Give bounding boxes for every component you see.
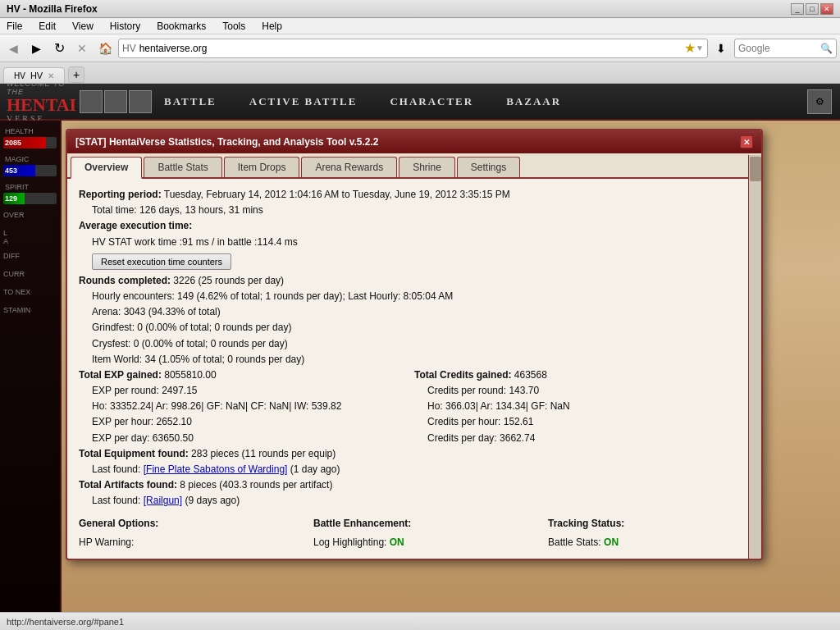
- search-icon[interactable]: 🔍: [820, 43, 833, 54]
- browser-titlebar: HV - Mozilla Firefox _ □ ✕: [0, 0, 840, 18]
- char-img-1: [80, 90, 103, 113]
- menu-view[interactable]: View: [69, 19, 97, 34]
- exp-per-round-row: EXP per round: 2497.15: [79, 383, 414, 399]
- health-bar: 2085: [3, 137, 57, 148]
- grindfest-value: Grindfest: 0 (0.00% of total; 0 rounds p…: [92, 322, 291, 333]
- total-equipment-value: 283 pieces (11 rounds per equip): [191, 448, 336, 459]
- tab-shrine[interactable]: Shrine: [399, 157, 455, 177]
- menu-file[interactable]: File: [3, 19, 25, 34]
- hp-warning-row: HP Warning:: [79, 535, 281, 550]
- exp-per-hour: EXP per hour: 2652.10: [92, 416, 192, 427]
- reporting-period-value: Tuesday, February 14, 2012 1:04:16 AM to…: [164, 189, 510, 200]
- scrollbar-thumb[interactable]: [750, 157, 761, 181]
- tab-close-icon[interactable]: ✕: [48, 71, 54, 80]
- exec-time-detail: HV STAT work time :91 ms / in battle :11…: [92, 236, 298, 248]
- magic-bar: 453: [3, 165, 57, 176]
- modal-close-button[interactable]: ✕: [740, 135, 753, 148]
- exec-time-detail-row: HV STAT work time :91 ms / in battle :11…: [79, 235, 750, 250]
- stop-button[interactable]: ✕: [72, 39, 92, 58]
- settings-gear-icon[interactable]: ⚙: [807, 89, 832, 114]
- nav-active-battle[interactable]: ACTIVE BATTLE: [233, 89, 374, 115]
- last-artifact-link[interactable]: [Railgun]: [144, 495, 182, 506]
- total-time-label: Total time:: [92, 204, 137, 216]
- reporting-period-row: Reporting period: Tuesday, February 14, …: [79, 187, 750, 203]
- hourly-value: 149 (4.62% of total; 1 rounds per day); …: [177, 290, 453, 302]
- equipment-row: Total Equipment found: 283 pieces (11 ro…: [79, 446, 750, 462]
- nav-character[interactable]: CHARACTER: [373, 89, 490, 115]
- nav-battle[interactable]: BATTLE: [148, 89, 233, 115]
- download-button[interactable]: ⬇: [711, 39, 731, 58]
- bookmark-star-icon[interactable]: ★: [684, 40, 696, 56]
- menu-tools[interactable]: Tools: [219, 19, 249, 34]
- credits-per-hour-row: Credits per hour: 152.61: [414, 414, 750, 430]
- total-credits-label: Total Credits gained:: [414, 369, 511, 381]
- tab-favicon: HV: [14, 71, 25, 80]
- health-label: HEALTH: [3, 127, 57, 135]
- health-bar-fill: 2085: [3, 137, 46, 148]
- tab-battle-stats[interactable]: Battle Stats: [144, 157, 221, 177]
- home-button[interactable]: 🏠: [95, 39, 115, 58]
- address-bar-wrap: HV ★ ▼: [118, 39, 708, 58]
- credits-per-hour: Credits per hour: 152.61: [427, 416, 533, 427]
- browser-tab-hv[interactable]: HV HV ✕: [3, 67, 65, 83]
- browser-title: HV - Mozilla Firefox: [7, 3, 98, 15]
- item-world-row: Item World: 34 (1.05% of total; 0 rounds…: [79, 352, 750, 368]
- total-credits-value: 463568: [514, 369, 547, 381]
- spacer: [79, 509, 750, 516]
- modal-tabs: Overview Battle Stats Item Drops Arena R…: [67, 153, 761, 179]
- close-button[interactable]: ✕: [820, 3, 833, 15]
- address-input[interactable]: [139, 43, 684, 54]
- health-value: 2085: [5, 139, 21, 147]
- tab-item-drops[interactable]: Item Drops: [224, 157, 300, 177]
- tab-label: HV: [30, 71, 43, 80]
- overlay-label: OVER: [3, 211, 57, 219]
- minimize-button[interactable]: _: [791, 3, 804, 15]
- rounds-value: 3226 (25 rounds per day): [173, 275, 284, 286]
- menu-bookmarks[interactable]: Bookmarks: [153, 19, 209, 34]
- exp-per-hour-row: EXP per hour: 2652.10: [79, 414, 414, 430]
- rounds-label: Rounds completed:: [79, 275, 171, 286]
- reload-button[interactable]: ↻: [49, 39, 69, 58]
- modal-scrollbar[interactable]: [748, 155, 761, 559]
- back-button[interactable]: ◀: [3, 39, 23, 58]
- last-artifact-time: (9 days ago): [185, 495, 240, 506]
- menu-edit[interactable]: Edit: [35, 19, 59, 34]
- hv-title-big: HENTAI: [7, 96, 76, 114]
- crysfest-row: Crysfest: 0 (0.00% of total; 0 rounds pe…: [79, 336, 750, 352]
- exp-per-round: EXP per round: 2497.15: [92, 385, 198, 396]
- magic-section: MAGIC 453: [3, 155, 57, 180]
- browser-window-controls: _ □ ✕: [791, 3, 833, 15]
- menu-history[interactable]: History: [107, 19, 144, 34]
- credits-column: Total Credits gained: 463568 Credits per…: [414, 368, 750, 446]
- battle-enhancement-col: Battle Enhancement: Log Highlighting: ON: [313, 516, 515, 550]
- nav-bazaar[interactable]: BAZAAR: [490, 89, 578, 115]
- maximize-button[interactable]: □: [806, 3, 819, 15]
- search-input[interactable]: [738, 43, 820, 54]
- reset-execution-button[interactable]: Reset execution time counters: [92, 253, 231, 270]
- hp-warning-label: HP Warning:: [79, 536, 134, 548]
- last-equip-link[interactable]: [Fine Plate Sabatons of Warding]: [144, 463, 288, 475]
- exp-credits-section: Total EXP gained: 8055810.00 EXP per rou…: [79, 368, 750, 446]
- sidebar-diff-label: DIFF: [3, 252, 57, 260]
- tab-settings[interactable]: Settings: [457, 157, 520, 177]
- rounds-row: Rounds completed: 3226 (25 rounds per da…: [79, 273, 750, 289]
- dropdown-arrow-icon[interactable]: ▼: [696, 43, 704, 52]
- credits-ho-ar: Ho: 366.03| Ar: 134.34| GF: NaN: [427, 400, 570, 412]
- spirit-value: 129: [5, 194, 17, 203]
- last-equip-time: (1 day ago): [290, 463, 340, 475]
- menu-help[interactable]: Help: [258, 19, 285, 34]
- total-time-value: 126 days, 13 hours, 31 mins: [139, 204, 263, 216]
- tab-arena-rewards[interactable]: Arena Rewards: [301, 157, 397, 177]
- modal-title: [STAT] HentaiVerse Statistics, Tracking,…: [75, 136, 378, 148]
- options-row: General Options: HP Warning: Battle Enha…: [79, 516, 750, 550]
- stat-modal: [STAT] HentaiVerse Statistics, Tracking,…: [66, 129, 763, 560]
- tab-overview[interactable]: Overview: [71, 157, 142, 179]
- arena-value: Arena: 3043 (94.33% of total): [92, 306, 221, 317]
- forward-button[interactable]: ▶: [26, 39, 46, 58]
- magic-bar-fill: 453: [3, 165, 35, 176]
- credits-per-round: Credits per round: 143.70: [427, 385, 539, 396]
- spirit-section: SPIRIT 129: [3, 183, 57, 208]
- last-equip-row: Last found: [Fine Plate Sabatons of Ward…: [79, 462, 750, 477]
- new-tab-button[interactable]: +: [68, 66, 84, 83]
- curr-label: CURR: [3, 270, 57, 278]
